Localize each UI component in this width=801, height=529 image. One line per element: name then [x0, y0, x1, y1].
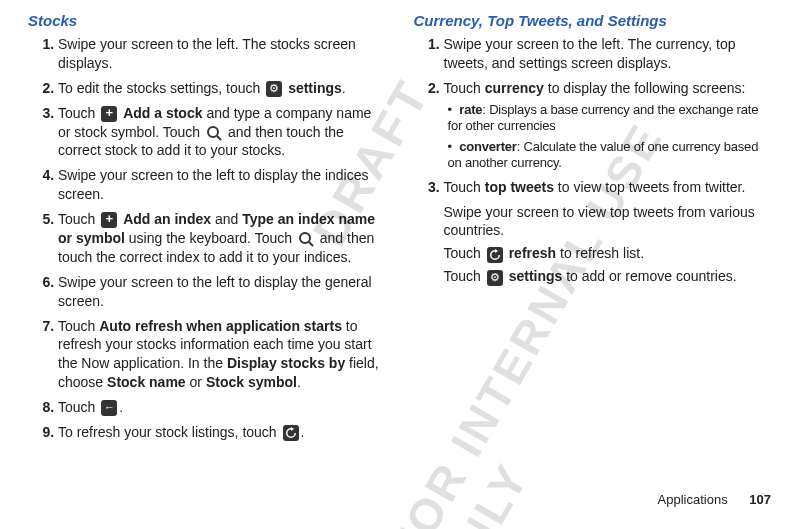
bullet-converter-key: converter [459, 139, 516, 154]
content-columns: Stocks Swipe your screen to the left. Th… [28, 12, 773, 448]
para-settings: Touch settings to add or remove countrie… [444, 267, 774, 286]
step-9-text-a: To refresh your stock listings, touch [58, 424, 281, 440]
heading-currency: Currency, Top Tweets, and Settings [414, 12, 774, 29]
step-5: Touch Add an index and Type an index nam… [58, 210, 388, 267]
rstep-1: Swipe your screen to the left. The curre… [444, 35, 774, 73]
step-8-text-b: . [119, 399, 123, 415]
left-column: Stocks Swipe your screen to the left. Th… [28, 12, 388, 448]
para-settings-c: to add or remove countries. [562, 268, 736, 284]
svg-point-2 [300, 233, 310, 243]
gear-icon [487, 270, 503, 286]
plus-icon [101, 106, 117, 122]
step-7-text-d: Display stocks by [227, 355, 345, 371]
heading-stocks: Stocks [28, 12, 388, 29]
step-5-text-e: using the keyboard. Touch [125, 230, 296, 246]
step-2-text-b: settings [288, 80, 342, 96]
footer-page-number: 107 [749, 492, 771, 507]
para-settings-a: Touch [444, 268, 485, 284]
para-refresh-a: Touch [444, 245, 485, 261]
step-7: Touch Auto refresh when application star… [58, 317, 388, 393]
step-2: To edit the stocks settings, touch setti… [58, 79, 388, 98]
step-6: Swipe your screen to the left to display… [58, 273, 388, 311]
step-4: Swipe your screen to the left to display… [58, 166, 388, 204]
bullet-rate: rate: Displays a base currency and the e… [448, 102, 774, 135]
step-3: Touch Add a stock and type a company nam… [58, 104, 388, 161]
rstep-3-text-a: Touch [444, 179, 485, 195]
step-5-text-c: and [211, 211, 242, 227]
para-refresh-c: to refresh list. [556, 245, 644, 261]
para-settings-b: settings [509, 268, 563, 284]
step-7-text-i: . [297, 374, 301, 390]
step-3-text-b: Add a stock [123, 105, 202, 121]
refresh-icon [283, 425, 299, 441]
step-5-text-b: Add an index [123, 211, 211, 227]
footer-section: Applications [658, 492, 728, 507]
step-5-text-a: Touch [58, 211, 99, 227]
svg-line-3 [309, 242, 313, 246]
svg-point-0 [208, 127, 218, 137]
para-swipe: Swipe your screen to view top tweets fro… [444, 203, 774, 241]
search-icon [298, 231, 314, 247]
back-icon [101, 400, 117, 416]
search-icon [206, 125, 222, 141]
refresh-icon [487, 247, 503, 263]
step-9: To refresh your stock listings, touch . [58, 423, 388, 442]
step-7-text-f: Stock name [107, 374, 186, 390]
step-2-text-c: . [342, 80, 346, 96]
para-refresh: Touch refresh to refresh list. [444, 244, 774, 263]
step-7-text-g: or [186, 374, 206, 390]
rstep-3: Touch top tweets to view top tweets from… [444, 178, 774, 197]
gear-icon [266, 81, 282, 97]
step-3-text-a: Touch [58, 105, 99, 121]
bullet-rate-text: : Displays a base currency and the excha… [448, 102, 759, 133]
rstep-2-text-a: Touch [444, 80, 485, 96]
step-2-text-a: To edit the stocks settings, touch [58, 80, 264, 96]
step-8-text-a: Touch [58, 399, 99, 415]
rstep-2: Touch currency to display the following … [444, 79, 774, 172]
step-1: Swipe your screen to the left. The stock… [58, 35, 388, 73]
currency-steps: Swipe your screen to the left. The curre… [414, 35, 774, 197]
bullet-rate-key: rate [459, 102, 482, 117]
rstep-3-text-b: top tweets [485, 179, 554, 195]
para-refresh-b: refresh [509, 245, 556, 261]
right-column: Currency, Top Tweets, and Settings Swipe… [414, 12, 774, 448]
rstep-2-text-c: to display the following screens: [544, 80, 746, 96]
step-9-text-b: . [301, 424, 305, 440]
step-7-text-a: Touch [58, 318, 99, 334]
currency-bullets: rate: Displays a base currency and the e… [444, 102, 774, 172]
step-7-text-b: Auto refresh when application starts [99, 318, 342, 334]
bullet-converter: converter: Calculate the value of one cu… [448, 139, 774, 172]
rstep-3-text-c: to view top tweets from twitter. [554, 179, 745, 195]
rstep-2-text-b: currency [485, 80, 544, 96]
step-8: Touch . [58, 398, 388, 417]
svg-line-1 [217, 136, 221, 140]
page-footer: Applications 107 [658, 492, 771, 507]
step-7-text-h: Stock symbol [206, 374, 297, 390]
manual-page: DRAFT FOR INTERNAL USE ONLY Stocks Swipe… [0, 0, 801, 529]
plus-icon [101, 212, 117, 228]
stocks-steps: Swipe your screen to the left. The stock… [28, 35, 388, 442]
